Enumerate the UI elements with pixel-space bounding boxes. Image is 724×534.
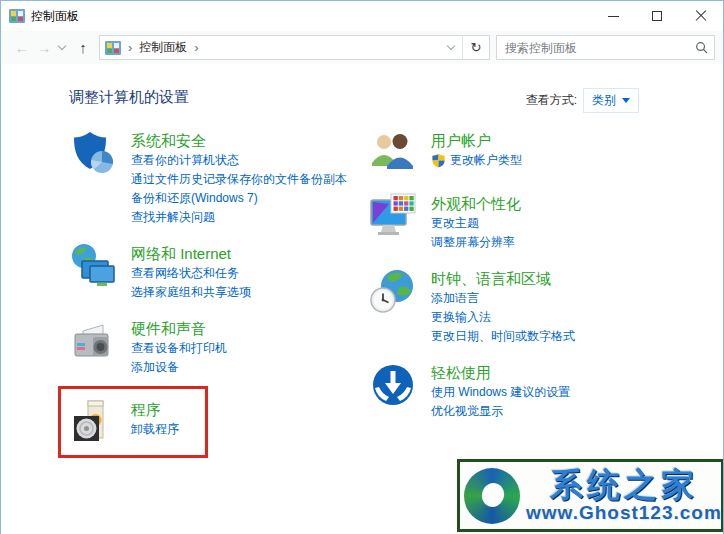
chevron-down-icon — [58, 42, 66, 50]
chevron-down-icon — [447, 42, 455, 50]
monitor-palette-icon[interactable] — [369, 192, 417, 240]
control-panel-window: 控制面板 ← → ↑ › 控制面板 › ↻ — [0, 0, 724, 534]
category-title[interactable]: 轻松使用 — [431, 363, 491, 383]
view-by-value: 类别 — [592, 92, 616, 109]
breadcrumb-separator[interactable]: › — [194, 40, 198, 55]
left-column: 系统和安全 查看你的计算机状态 通过文件历史记录保存你的文件备份副本 备份和还原… — [69, 129, 369, 458]
breadcrumb-separator: › — [128, 40, 132, 55]
category-appearance-personalization: 外观和个性化 更改主题 调整屏幕分辨率 — [369, 192, 669, 252]
breadcrumb[interactable]: 控制面板 — [139, 39, 187, 56]
program-box-cd-icon[interactable] — [69, 398, 117, 446]
watermark-url: www.Ghost123.com — [526, 502, 722, 524]
content-header: 调整计算机的设置 查看方式: 类别 — [1, 64, 723, 129]
task-link[interactable]: 使用 Windows 建议的设置 — [431, 383, 570, 402]
task-link[interactable]: 添加设备 — [131, 358, 227, 377]
category-system-security: 系统和安全 查看你的计算机状态 通过文件历史记录保存你的文件备份副本 备份和还原… — [69, 129, 369, 227]
task-link[interactable]: 添加语言 — [431, 289, 575, 308]
globe-clock-icon[interactable] — [369, 267, 417, 315]
task-link[interactable]: 查看你的计算机状态 — [131, 151, 347, 170]
titlebar: 控制面板 — [1, 1, 723, 31]
category-title[interactable]: 硬件和声音 — [131, 319, 206, 339]
users-icon[interactable] — [369, 129, 417, 177]
address-location-icon — [105, 40, 121, 56]
category-network-internet: 网络和 Internet 查看网络状态和任务 选择家庭组和共享选项 — [69, 242, 369, 302]
view-by-label: 查看方式: — [526, 92, 577, 109]
uac-shield-icon — [431, 153, 446, 168]
search-icon[interactable] — [695, 41, 708, 54]
address-bar[interactable]: › 控制面板 › ↻ — [99, 35, 490, 60]
task-link-label: 更改帐户类型 — [450, 151, 522, 170]
task-link[interactable]: 查找并解决问题 — [131, 208, 347, 227]
caret-down-icon — [622, 98, 630, 103]
task-link[interactable]: 更换输入法 — [431, 308, 575, 327]
printer-speaker-icon[interactable] — [69, 317, 117, 365]
category-title[interactable]: 时钟、语言和区域 — [431, 269, 551, 289]
watermark-logo-icon — [464, 468, 520, 524]
task-link[interactable]: 更改主题 — [431, 214, 521, 233]
category-hardware-sound: 硬件和声音 查看设备和打印机 添加设备 — [69, 317, 369, 377]
close-button[interactable] — [679, 1, 723, 31]
category-title[interactable]: 网络和 Internet — [131, 244, 231, 264]
task-link[interactable]: 通过文件历史记录保存你的文件备份副本 — [131, 170, 347, 189]
task-link[interactable]: 选择家庭组和共享选项 — [131, 283, 251, 302]
close-icon — [695, 10, 707, 22]
task-link[interactable]: 卸载程序 — [131, 420, 179, 439]
category-programs: 程序 卸载程序 — [69, 398, 179, 446]
task-link[interactable]: 优化视觉显示 — [431, 402, 570, 421]
maximize-icon — [652, 11, 662, 21]
control-panel-app-icon — [9, 8, 25, 24]
navigation-bar: ← → ↑ › 控制面板 › ↻ — [1, 31, 723, 64]
ease-of-access-icon[interactable] — [369, 361, 417, 409]
minimize-icon — [608, 16, 619, 17]
shield-security-icon[interactable] — [69, 129, 117, 177]
page-title: 调整计算机的设置 — [69, 88, 189, 107]
task-link[interactable]: 查看设备和打印机 — [131, 339, 227, 358]
task-link[interactable]: 更改日期、时间或数字格式 — [431, 327, 575, 346]
view-by-dropdown[interactable]: 类别 — [583, 88, 639, 113]
task-link[interactable]: 调整屏幕分辨率 — [431, 233, 521, 252]
category-columns: 系统和安全 查看你的计算机状态 通过文件历史记录保存你的文件备份副本 备份和还原… — [1, 129, 723, 458]
minimize-button[interactable] — [591, 1, 635, 31]
forward-button[interactable]: → — [33, 39, 55, 56]
maximize-button[interactable] — [635, 1, 679, 31]
view-by-control: 查看方式: 类别 — [526, 88, 639, 113]
address-history-dropdown[interactable] — [440, 36, 462, 59]
category-title[interactable]: 外观和个性化 — [431, 194, 521, 214]
window-title: 控制面板 — [31, 8, 591, 25]
caption-buttons — [591, 1, 723, 31]
watermark-title: 系统之家 — [550, 468, 698, 502]
right-column: 用户帐户 更改帐户类型 — [369, 129, 669, 458]
category-clock-language-region: 时钟、语言和区域 添加语言 更换输入法 更改日期、时间或数字格式 — [369, 267, 669, 346]
category-title[interactable]: 程序 — [131, 400, 161, 420]
up-button[interactable]: ↑ — [73, 39, 93, 56]
control-panel-content: 调整计算机的设置 查看方式: 类别 — [1, 64, 723, 534]
network-globe-monitors-icon[interactable] — [69, 242, 117, 290]
watermark-banner: 系统之家 www.Ghost123.com — [457, 459, 723, 532]
back-button[interactable]: ← — [11, 39, 33, 56]
category-title[interactable]: 系统和安全 — [131, 131, 206, 151]
task-link-with-uac[interactable]: 更改帐户类型 — [431, 151, 522, 170]
category-user-accounts: 用户帐户 更改帐户类型 — [369, 129, 669, 177]
category-ease-of-access: 轻松使用 使用 Windows 建议的设置 优化视觉显示 — [369, 361, 669, 421]
search-input[interactable] — [505, 41, 695, 55]
category-title[interactable]: 用户帐户 — [431, 131, 491, 151]
search-box[interactable] — [496, 35, 715, 60]
programs-highlight-box: 程序 卸载程序 — [58, 386, 208, 458]
refresh-button[interactable]: ↻ — [462, 36, 489, 59]
task-link[interactable]: 备份和还原(Windows 7) — [131, 189, 347, 208]
recent-pages-dropdown[interactable] — [55, 46, 69, 49]
task-link[interactable]: 查看网络状态和任务 — [131, 264, 251, 283]
